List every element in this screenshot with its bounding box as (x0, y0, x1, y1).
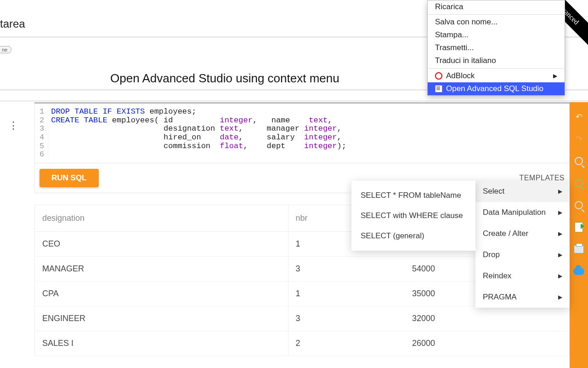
page-title-fragment: tarea (0, 17, 25, 30)
chevron-right-icon: ▶ (558, 273, 562, 279)
line-number-gutter: 123456 (40, 108, 48, 159)
more-icon[interactable]: ⋮ (8, 120, 19, 132)
search-icon[interactable] (573, 200, 584, 211)
templates-menu: Select▶Data Manipulation▶Create / Alter▶… (475, 181, 570, 308)
templates-menu-label: PRAGMA (483, 293, 517, 302)
context-menu-item[interactable]: Trasmetti... (428, 41, 565, 54)
templates-menu-item[interactable]: Drop▶ (475, 244, 570, 265)
export-icon[interactable] (573, 222, 584, 233)
chevron-right-icon: ▶ (558, 252, 562, 258)
chevron-right-icon: ▶ (558, 294, 562, 300)
context-menu-item[interactable]: Traduci in italiano (428, 54, 565, 67)
context-menu-item[interactable]: Salva con nome... (428, 16, 565, 29)
run-sql-button[interactable]: RUN SQL (40, 169, 99, 187)
templates-menu-label: Select (483, 187, 504, 196)
adblock-icon (435, 72, 442, 80)
sql-studio-icon (435, 85, 442, 92)
pill-button[interactable]: ne (0, 46, 11, 53)
chevron-right-icon: ▶ (558, 230, 562, 237)
redo-icon[interactable]: ↷ (573, 133, 584, 144)
templates-menu-item[interactable]: Select▶ (475, 181, 570, 202)
right-toolbar: ↶ ↷ (570, 102, 588, 368)
templates-submenu-item[interactable]: SELECT with WHERE clause (351, 206, 475, 226)
table-cell: 1 (288, 282, 405, 306)
templates-menu-label: Reindex (483, 271, 511, 281)
context-menu-item[interactable]: Ricarica (428, 0, 565, 13)
context-menu-item[interactable]: Stampa... (428, 29, 565, 41)
templates-menu-item[interactable]: Create / Alter▶ (475, 223, 570, 244)
templates-menu-label: Data Manipulation (483, 208, 546, 217)
templates-submenu-item[interactable]: SELECT (general) (351, 226, 475, 246)
table-cell: SALES I (35, 331, 288, 356)
instruction-caption: Open Advanced Studio using context menu (110, 71, 339, 86)
table-cell: ENGINEER (35, 306, 288, 331)
sql-editor[interactable]: 123456 DROP TABLE IF EXISTS employees;CR… (34, 104, 570, 163)
chevron-right-icon: ▶ (558, 188, 562, 195)
templates-submenu-item[interactable]: SELECT * FROM tableName (351, 185, 475, 206)
table-cell: 2 (288, 331, 405, 356)
column-header[interactable]: designation (35, 205, 288, 232)
table-cell: 3 (288, 257, 405, 282)
templates-submenu: SELECT * FROM tableNameSELECT with WHERE… (351, 181, 475, 251)
browser-context-menu: Ricarica Salva con nome... Stampa... Tra… (427, 0, 565, 96)
cloud-icon[interactable] (573, 266, 584, 277)
templates-menu-label: Create / Alter (483, 229, 528, 238)
table-cell: CPA (35, 282, 288, 306)
sql-code[interactable]: DROP TABLE IF EXISTS employees;CREATE TA… (51, 108, 346, 159)
templates-menu-item[interactable]: PRAGMA▶ (475, 287, 570, 308)
table-cell: 3 (288, 306, 405, 331)
zoom-icon[interactable] (573, 155, 584, 167)
table-row[interactable]: SALES I226000 (35, 331, 570, 356)
context-menu-adblock[interactable]: AdBlock ▶ (428, 69, 565, 82)
chevron-right-icon: ▶ (553, 73, 557, 79)
print-icon[interactable] (573, 244, 584, 255)
table-cell: CEO (35, 232, 288, 257)
templates-menu-label: Drop (483, 250, 500, 259)
templates-menu-item[interactable]: Data Manipulation▶ (475, 202, 570, 223)
context-menu-label: Open Advanced SQL Studio (446, 84, 543, 93)
table-cell: 26000 (405, 331, 569, 356)
context-menu-open-sql-studio[interactable]: Open Advanced SQL Studio (428, 82, 565, 95)
chevron-right-icon: ▶ (558, 209, 562, 216)
table-row[interactable]: ENGINEER332000 (35, 306, 570, 331)
context-menu-label: AdBlock (446, 71, 475, 80)
templates-menu-item[interactable]: Reindex▶ (475, 265, 570, 287)
table-cell: 32000 (405, 306, 569, 331)
find-icon[interactable] (573, 178, 584, 189)
undo-icon[interactable]: ↶ (573, 111, 584, 122)
table-cell: MANAGER (35, 257, 288, 282)
